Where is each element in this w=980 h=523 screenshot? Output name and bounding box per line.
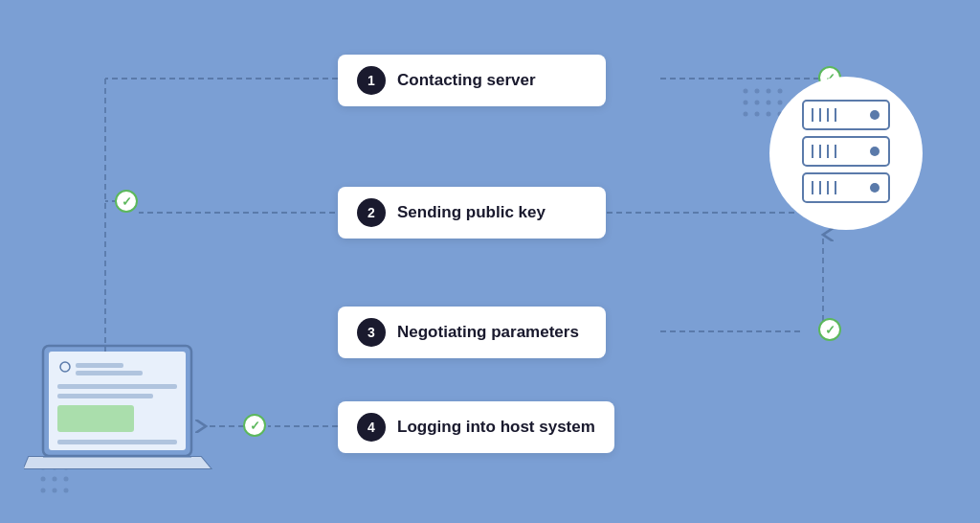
step-1-number: 1 xyxy=(357,66,386,95)
step-3-box: 3 Negotiating parameters xyxy=(338,307,606,358)
step-2-number: 2 xyxy=(357,198,386,227)
step-2-box: 2 Sending public key xyxy=(338,187,606,239)
server-illustration xyxy=(769,77,923,249)
step-1-label: Contacting server xyxy=(397,71,536,90)
svg-rect-57 xyxy=(57,405,134,432)
step-1-box: 1 Contacting server xyxy=(338,55,606,106)
diagram-container: 1 Contacting server 2 Sending public key… xyxy=(0,0,980,523)
step-4-label: Logging into host system xyxy=(397,418,595,437)
svg-point-37 xyxy=(870,110,880,120)
svg-rect-54 xyxy=(76,371,143,375)
svg-point-15 xyxy=(744,101,748,105)
svg-rect-58 xyxy=(57,440,177,444)
svg-point-49 xyxy=(870,183,880,193)
step-2-label: Sending public key xyxy=(397,203,546,222)
svg-point-16 xyxy=(755,101,760,105)
step-4-box: 4 Logging into host system xyxy=(338,401,614,453)
svg-rect-56 xyxy=(57,394,153,398)
svg-point-43 xyxy=(870,147,880,156)
check-circle-3 xyxy=(818,318,841,341)
svg-rect-53 xyxy=(76,363,123,368)
server-icon xyxy=(793,91,899,216)
step-3-label: Negotiating parameters xyxy=(397,323,579,342)
step-3-number: 3 xyxy=(357,318,386,347)
svg-point-11 xyxy=(744,89,748,94)
laptop-illustration xyxy=(24,336,234,499)
check-circle-2 xyxy=(115,190,138,213)
step-4-number: 4 xyxy=(357,413,386,442)
svg-point-20 xyxy=(755,112,760,117)
svg-point-12 xyxy=(755,89,760,94)
svg-point-19 xyxy=(744,112,748,117)
svg-rect-55 xyxy=(57,384,177,389)
check-circle-4 xyxy=(243,414,266,437)
